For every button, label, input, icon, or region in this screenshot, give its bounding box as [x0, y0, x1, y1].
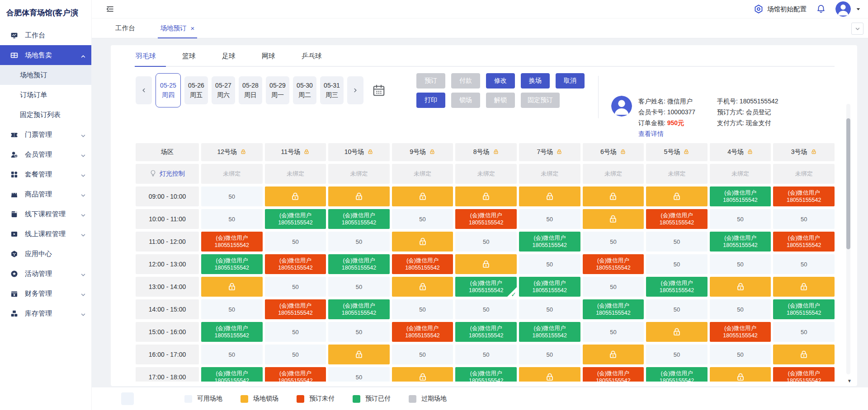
locked-cell[interactable]	[583, 186, 644, 206]
locked-cell[interactable]	[773, 345, 835, 364]
court-lock-icon[interactable]	[811, 149, 817, 156]
court-header[interactable]: 7号场	[519, 143, 580, 161]
sidebar-item-offline-course-mgmt[interactable]: 线下课程管理	[0, 204, 91, 224]
available-cell[interactable]: 50	[265, 277, 326, 297]
booking-paid-cell[interactable]: (会)微信用户18055155542	[519, 277, 580, 297]
court-header[interactable]: 11号场	[265, 143, 326, 161]
booking-unpaid-cell[interactable]: (会)微信用户18055155542	[583, 254, 644, 274]
booking-unpaid-cell[interactable]: (会)微信用户18055155542	[265, 299, 326, 319]
booking-paid-cell[interactable]: (会)微信用户18055155542	[519, 322, 580, 342]
booking-unpaid-cell[interactable]: (会)微信用户18055155542	[773, 367, 835, 382]
sidebar-item-app-center[interactable]: 应用中心	[0, 244, 91, 264]
tab-workbench[interactable]: 工作台	[115, 19, 135, 38]
available-cell[interactable]: 50	[265, 322, 326, 342]
user-menu-caret-icon[interactable]	[856, 7, 861, 12]
booking-paid-cell[interactable]: (会)微信用户18055155542	[201, 322, 263, 342]
booking-paid-cell[interactable]: (会)微信用户18055155542	[646, 367, 708, 382]
court-lock-icon[interactable]	[240, 149, 246, 156]
locked-cell[interactable]	[583, 345, 644, 364]
available-cell[interactable]: 50	[328, 367, 390, 382]
unlock-button[interactable]: 解锁	[486, 93, 515, 108]
booking-paid-cell[interactable]: (会)微信用户18055155542	[710, 232, 771, 252]
locked-cell[interactable]	[392, 186, 453, 206]
light-control-cell[interactable]: 灯光控制	[136, 164, 199, 184]
available-cell[interactable]: 50	[646, 345, 708, 364]
court-lock-icon[interactable]	[747, 149, 753, 156]
booking-unpaid-cell[interactable]: (会)微信用户18055155542	[710, 322, 771, 342]
sidebar-item-member-mgmt[interactable]: 会员管理	[0, 144, 91, 164]
locked-cell[interactable]	[392, 232, 453, 252]
locked-cell[interactable]	[455, 254, 517, 274]
available-cell[interactable]: 50	[519, 254, 580, 274]
locked-cell[interactable]	[455, 186, 517, 206]
locked-cell[interactable]	[328, 186, 390, 206]
sidebar-item-fixed-booking-list[interactable]: 固定预订列表	[0, 105, 91, 125]
booking-paid-cell[interactable]: (会)微信用户18055155542	[328, 299, 390, 319]
date-card-05-25[interactable]: 05-25周四	[156, 73, 181, 107]
court-header[interactable]: 5号场	[646, 143, 708, 161]
fixed-booking-button[interactable]: 固定预订	[521, 93, 560, 108]
court-header[interactable]: 3号场	[773, 143, 835, 161]
locked-cell[interactable]	[583, 209, 644, 229]
view-details-link[interactable]: 查看详情	[638, 128, 695, 139]
court-header[interactable]: 9号场	[392, 143, 453, 161]
available-cell[interactable]: 50	[773, 209, 835, 229]
locked-cell[interactable]	[646, 186, 708, 206]
available-cell[interactable]: 50	[646, 254, 708, 274]
available-cell[interactable]: 50	[455, 232, 517, 252]
booking-unpaid-cell[interactable]: (会)微信用户18055155542	[773, 186, 835, 206]
pay-button[interactable]: 付款	[451, 73, 480, 89]
notifications-icon[interactable]	[816, 4, 826, 14]
booking-paid-cell[interactable]: (会)微信用户18055155542	[201, 367, 263, 382]
locked-cell[interactable]	[646, 322, 708, 342]
date-card-05-31[interactable]: 05-31周三	[320, 76, 344, 104]
available-cell[interactable]: 50	[519, 345, 580, 364]
booking-paid-cell[interactable]: (会)微信用户18055155542	[519, 232, 580, 252]
lock-court-button[interactable]: 锁场	[451, 93, 480, 108]
modify-button[interactable]: 修改	[486, 73, 515, 89]
available-cell[interactable]: 50	[583, 277, 644, 297]
booking-paid-cell[interactable]: (会)微信用户18055155542	[773, 299, 835, 319]
available-cell[interactable]: 50	[265, 345, 326, 364]
court-lock-icon[interactable]	[303, 149, 310, 156]
sidebar-item-venue-booking[interactable]: 场地预订	[0, 65, 91, 85]
date-card-05-28[interactable]: 05-28周日	[239, 76, 262, 104]
available-cell[interactable]: 50	[328, 232, 390, 252]
close-tab-icon[interactable]: ×	[191, 25, 195, 32]
tab-venue-booking[interactable]: 场地预订×	[160, 19, 195, 38]
booking-paid-cell[interactable]: (会)微信用户18055155542	[583, 299, 644, 319]
booking-paid-cell-selected[interactable]: (会)微信用户18055155542✓	[455, 277, 517, 297]
available-cell[interactable]: 50	[773, 254, 835, 274]
sidebar-item-inventory-mgmt[interactable]: 库存管理	[0, 303, 91, 323]
available-cell[interactable]: 50	[392, 345, 453, 364]
sport-tab-3[interactable]: 足球	[222, 52, 236, 66]
booking-unpaid-cell[interactable]: (会)微信用户18055155542	[392, 322, 453, 342]
locked-cell[interactable]	[519, 367, 580, 382]
user-avatar[interactable]	[835, 1, 851, 17]
sidebar-item-online-course-mgmt[interactable]: 线上课程管理	[0, 224, 91, 244]
available-cell[interactable]: 50	[201, 299, 263, 319]
booking-unpaid-cell[interactable]: (会)微信用户18055155542	[201, 232, 263, 252]
available-cell[interactable]: 50	[392, 209, 453, 229]
date-card-05-29[interactable]: 05-29周一	[266, 76, 289, 104]
available-cell[interactable]: 50	[710, 299, 771, 319]
booking-paid-cell[interactable]: (会)微信用户18055155542	[265, 209, 326, 229]
book-button[interactable]: 预订	[416, 73, 445, 89]
locked-cell[interactable]	[519, 186, 580, 206]
available-cell[interactable]: 50	[328, 277, 390, 297]
available-cell[interactable]: 50	[519, 299, 580, 319]
available-cell[interactable]: 50	[710, 345, 771, 364]
sidebar-item-finance-mgmt[interactable]: 财务管理	[0, 284, 91, 303]
sport-tab-2[interactable]: 篮球	[182, 52, 196, 66]
booking-unpaid-cell[interactable]: (会)微信用户18055155542	[646, 209, 708, 229]
booking-unpaid-cell[interactable]: (会)微信用户18055155542	[583, 367, 644, 382]
sidebar-item-venue-orders[interactable]: 订场订单	[0, 85, 91, 105]
available-cell[interactable]: 50	[328, 322, 390, 342]
booking-paid-cell[interactable]: (会)微信用户18055155542	[328, 254, 390, 274]
cancel-button[interactable]: 取消	[556, 73, 585, 89]
booking-paid-cell[interactable]: (会)微信用户18055155542	[710, 186, 771, 206]
available-cell[interactable]: 50	[392, 299, 453, 319]
booking-paid-cell[interactable]: (会)微信用户18055155542	[328, 209, 390, 229]
locked-cell[interactable]	[265, 186, 326, 206]
court-lock-icon[interactable]	[429, 149, 435, 156]
